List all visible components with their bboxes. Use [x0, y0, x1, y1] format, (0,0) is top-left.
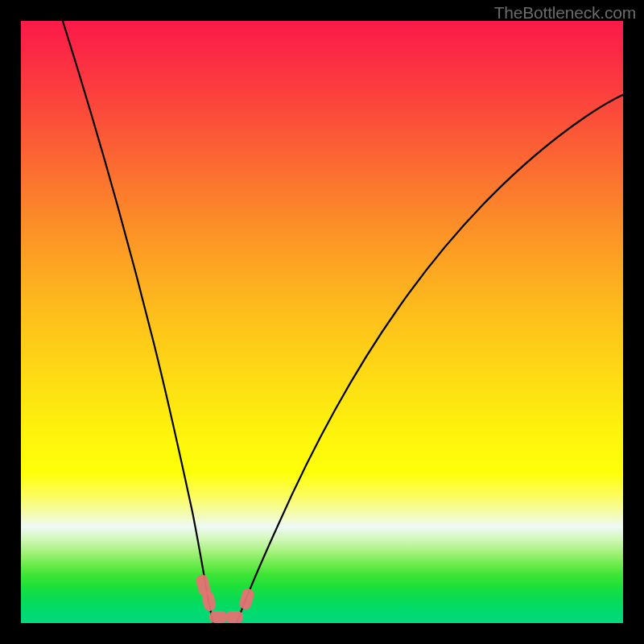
- chart-frame: TheBottleneck.com: [0, 0, 644, 644]
- right-curve: [237, 93, 623, 623]
- bottom-blob-left: [209, 611, 227, 623]
- plot-area: [21, 21, 623, 623]
- bottom-blob-right: [225, 611, 243, 623]
- curves-layer: [21, 21, 623, 623]
- right-blob: [238, 588, 256, 611]
- left-curve: [61, 21, 213, 623]
- marker-cluster: [195, 573, 255, 623]
- watermark-text: TheBottleneck.com: [494, 3, 636, 23]
